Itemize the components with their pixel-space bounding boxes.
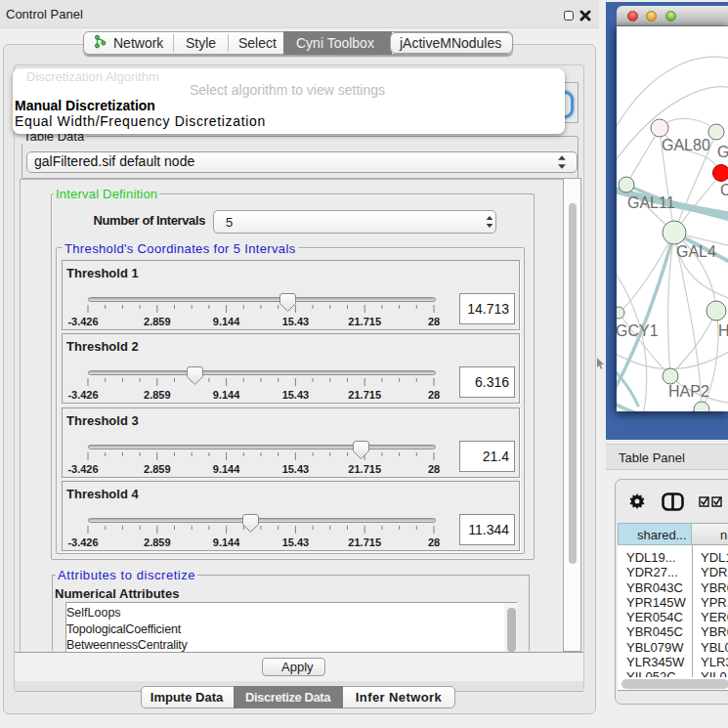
svg-text:G.: G. (717, 144, 728, 160)
svg-text:GCY1: GCY1 (617, 322, 659, 339)
svg-text:H: H (718, 322, 728, 339)
svg-text:C: C (720, 182, 728, 198)
svg-text:GAL11: GAL11 (627, 194, 675, 211)
svg-text:HAP2: HAP2 (668, 383, 709, 400)
svg-text:GAL80: GAL80 (662, 137, 710, 153)
svg-text:GAL4: GAL4 (676, 243, 716, 260)
